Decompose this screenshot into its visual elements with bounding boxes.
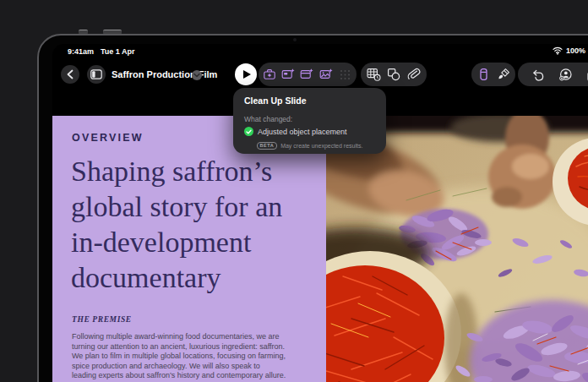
shapes-icon[interactable] [386,67,401,82]
beta-badge: BETA [257,142,278,150]
slide-premise-label: THE PREMISE [72,315,132,324]
battery-percent: 100% [566,46,585,55]
headline-line: documentary [71,260,282,296]
beta-note: May create unexpected results. [280,143,362,149]
new-slide-ai-icon[interactable] [281,67,297,82]
checkmark-icon [244,127,253,136]
body-line: leading experts about saffron’s history … [72,371,286,381]
slide-headline: Shaping saffron’s global story for an in… [71,154,282,296]
clean-up-slide-icon[interactable] [300,67,315,82]
headline-line: Shaping saffron’s [71,154,282,189]
chevron-left-icon [63,67,78,82]
play-icon [243,70,251,79]
chevron-down-icon [193,73,200,78]
clean-up-slide-popup: Clean Up Slide What changed: Adjusted ob… [233,88,386,154]
sidebar-icon [89,67,104,82]
back-button[interactable] [61,65,79,84]
play-button[interactable] [235,63,257,85]
image-playground-icon[interactable] [318,67,334,82]
headline-line: in-development [71,225,282,260]
slide-text-panel[interactable]: OVERVIEW Shaping saffron’s global story … [52,116,326,382]
insert-group [361,63,427,86]
undo-icon[interactable] [531,67,546,82]
status-date: Tue 1 Apr [101,47,135,56]
tools-group [471,63,515,86]
popup-beta-row: BETA May create unexpected results. [233,142,386,150]
paintbrush-icon[interactable] [496,67,511,82]
popup-what-changed-label: What changed: [244,115,292,123]
body-line: turning our attention to an ancient, lux… [72,342,286,352]
table-icon[interactable] [366,67,381,82]
wifi-icon [553,46,563,55]
popup-change-row: Adjusted object placement [244,127,347,136]
body-line: Following multiple award-winning food do… [72,332,286,342]
status-time: 9:41am [68,47,94,56]
attachment-icon[interactable] [406,67,422,82]
popup-title: Clean Up Slide [244,96,307,106]
magic-toolbox-icon[interactable] [262,67,277,82]
slide-kicker: OVERVIEW [72,132,144,144]
body-line: We plan to film in multiple global locat… [72,352,286,362]
headline-line: global story for an [71,189,282,225]
clean-up-tool-icon[interactable] [476,67,491,82]
front-camera [293,38,297,41]
ipad-screen: 9:41am Tue 1 Apr 100% Saffron Production… [52,44,588,382]
popup-change-item: Adjusted object placement [258,128,347,136]
status-bar: 9:41am Tue 1 Apr 100% [52,44,588,57]
body-line: spice production and archaeology. We wil… [72,362,286,372]
slide-photo-saffron[interactable] [326,116,588,382]
ai-tools-group [259,63,357,86]
slide-body-text: Following multiple award-winning food do… [72,332,286,381]
document-title-menu[interactable] [192,70,202,80]
grid-icon [338,67,353,82]
view-options-button[interactable] [87,65,106,84]
collaborate-icon[interactable] [558,67,573,82]
actions-group [518,63,588,86]
